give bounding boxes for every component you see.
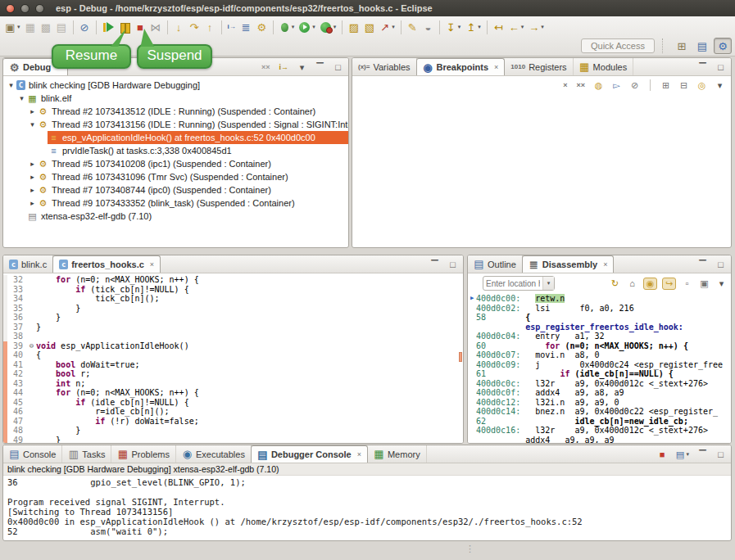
location-combo[interactable]: ▾ bbox=[483, 276, 555, 291]
external-tools-dropdown-icon[interactable]: ▾ bbox=[392, 24, 395, 30]
close-tab-icon[interactable]: × bbox=[357, 450, 361, 458]
sash-drag-handle[interactable]: ⋮ bbox=[465, 544, 474, 554]
last-edit-location-button[interactable]: ↤ bbox=[492, 18, 506, 36]
maximize-button[interactable]: □ bbox=[447, 260, 459, 270]
link-with-debug-context-button[interactable]: ◉ bbox=[643, 278, 657, 290]
skip-all-breakpoints-button[interactable]: ◍ bbox=[592, 80, 605, 91]
debug-dropdown-icon[interactable]: ▾ bbox=[292, 24, 295, 30]
forward-dropdown-icon[interactable]: ▾ bbox=[541, 24, 544, 30]
step-filters-button[interactable]: ≣ bbox=[239, 18, 253, 36]
location-input[interactable] bbox=[483, 279, 542, 288]
track-expression-button[interactable]: ↪ bbox=[662, 278, 676, 290]
debug-tree-row[interactable]: ▤xtensa-esp32-elf-gdb (7.10) bbox=[3, 210, 348, 223]
tree-expander-open-icon[interactable]: ▾ bbox=[28, 120, 37, 129]
minimize-button[interactable]: ▔ bbox=[696, 449, 709, 460]
display-selected-console-button[interactable]: ▤▾ bbox=[674, 449, 691, 460]
right-view-tab-modules[interactable]: ▦Modules bbox=[574, 58, 634, 75]
expand-all-button[interactable]: ⊞ bbox=[660, 80, 672, 91]
pin-view-button[interactable]: ▣ bbox=[698, 278, 710, 289]
minimize-button[interactable]: ▔ bbox=[429, 260, 441, 270]
next-annotation-button[interactable]: ↧▾ bbox=[444, 18, 463, 36]
open-new-view-button[interactable]: ▫ bbox=[681, 278, 693, 289]
window-minimize-button[interactable] bbox=[20, 4, 29, 13]
minimize-button[interactable]: ▔ bbox=[696, 62, 709, 73]
right-view-tab-breakpoints[interactable]: ◉Breakpoints× bbox=[416, 58, 506, 75]
fold-collapse-icon[interactable]: ⊖ bbox=[27, 341, 36, 351]
window-close-button[interactable] bbox=[6, 4, 15, 13]
new-wizard-dropdown-icon[interactable]: ▾ bbox=[17, 24, 20, 30]
terminate-button[interactable]: ■ bbox=[656, 449, 668, 460]
maximize-button[interactable]: □ bbox=[715, 260, 727, 270]
maximize-button[interactable]: □ bbox=[332, 62, 344, 73]
tree-expander-open-icon[interactable]: ▾ bbox=[7, 81, 16, 89]
home-button[interactable]: ⌂ bbox=[626, 278, 638, 289]
open-element-button[interactable]: ▨ bbox=[347, 18, 361, 36]
disassembly-view-tab-outline[interactable]: ▤Outline bbox=[468, 255, 523, 273]
previous-annotation-dropdown-icon[interactable]: ▾ bbox=[478, 24, 481, 30]
print-button[interactable]: ▤ bbox=[55, 18, 69, 36]
instruction-stepping-toggle-button[interactable]: i→ bbox=[277, 63, 290, 72]
step-over-button[interactable]: ↷ bbox=[188, 18, 202, 36]
minimize-button[interactable]: ▔ bbox=[314, 62, 326, 73]
tree-expander-closed-icon[interactable]: ▸ bbox=[28, 173, 37, 181]
maximize-button[interactable]: □ bbox=[715, 449, 727, 460]
display-selected-console-dropdown-icon[interactable]: ▾ bbox=[686, 451, 689, 458]
debug-tree-row[interactable]: ▸⚙Thread #6 1073431096 (Tmr Svc) (Suspen… bbox=[3, 170, 348, 183]
close-tab-icon[interactable]: × bbox=[494, 63, 498, 71]
suspend-button[interactable] bbox=[117, 18, 132, 36]
console-view-tab-console[interactable]: ▤Console bbox=[3, 445, 62, 463]
instruction-stepping-button[interactable]: i→ bbox=[226, 18, 238, 36]
step-into-button[interactable]: ↓ bbox=[172, 18, 186, 36]
debug-tree-row[interactable]: ▾Cblink checking [GDB Hardware Debugging… bbox=[3, 79, 348, 92]
console-view-tab-tasks[interactable]: ▥Tasks bbox=[62, 445, 111, 463]
skip-all-breakpoints-button[interactable]: ⊘ bbox=[78, 18, 92, 36]
debug-settings-button[interactable]: ⚙ bbox=[255, 18, 269, 36]
console-view-tab-memory[interactable]: ▦Memory bbox=[368, 445, 427, 463]
view-menu-button[interactable]: ▾ bbox=[296, 62, 308, 73]
disassembly-content[interactable]: ▶400d0c00: retw.n400d0c02: lsi f0, a0, 2… bbox=[468, 293, 731, 443]
resume-button[interactable] bbox=[101, 18, 116, 36]
tree-expander-open-icon[interactable]: ▾ bbox=[17, 94, 26, 102]
right-view-tab-registers[interactable]: 1010Registers bbox=[505, 58, 573, 75]
debug-tree-row[interactable]: ▾▦blink.elf bbox=[3, 92, 348, 105]
back-button[interactable]: ←▾ bbox=[507, 18, 526, 36]
run-button[interactable]: ▾ bbox=[297, 18, 317, 36]
debug-perspective-button[interactable]: ⚙ bbox=[714, 38, 732, 54]
annotation-preferences-button[interactable]: ◒ bbox=[421, 18, 435, 36]
open-resource-button[interactable]: ▧ bbox=[362, 18, 376, 36]
console-output[interactable]: 36 gpio_set_level(BLINK_GPIO, 1); Progra… bbox=[3, 476, 731, 538]
disconnect-button[interactable]: ⋈ bbox=[149, 18, 163, 36]
debug-tree-row[interactable]: ▾⚙Thread #3 1073413156 (IDLE : Running) … bbox=[3, 118, 348, 131]
debug-tree-row[interactable]: ▸⚙Thread #7 1073408744 (ipc0) (Suspended… bbox=[3, 183, 348, 196]
debug-tree-row[interactable]: ▸⚙Thread #9 1073433352 (blink_task) (Sus… bbox=[3, 196, 348, 210]
console-view-tab-problems[interactable]: ▦Problems bbox=[111, 445, 175, 463]
remove-all-terminated-button[interactable]: ×× bbox=[260, 63, 272, 72]
run-dropdown-icon[interactable]: ▾ bbox=[312, 24, 315, 30]
editor-tab-freertos-hooks-c[interactable]: cfreertos_hooks.c× bbox=[52, 255, 161, 273]
collapse-all-button[interactable]: ⊟ bbox=[678, 80, 690, 91]
minimize-button[interactable]: ▔ bbox=[696, 260, 709, 270]
right-view-tab-variables[interactable]: (x)=Variables bbox=[352, 58, 417, 75]
close-tab-icon[interactable]: × bbox=[603, 260, 607, 269]
view-menu-button[interactable]: ▾ bbox=[715, 278, 728, 289]
forward-button[interactable]: →▾ bbox=[527, 18, 546, 36]
tree-expander-closed-icon[interactable]: ▸ bbox=[28, 160, 37, 168]
editor-tab-blink-c[interactable]: cblink.c bbox=[3, 255, 53, 273]
close-tab-icon[interactable]: × bbox=[150, 260, 154, 269]
editor-content[interactable]: 32 for (n=0; n<MAX_HOOKS; n++) {33 if (t… bbox=[3, 273, 463, 443]
refresh-view-button[interactable]: ↻ bbox=[609, 278, 621, 289]
disassembly-view-tab-disassembly[interactable]: ≣Disassembly× bbox=[522, 255, 615, 273]
view-menu-button[interactable]: ▾ bbox=[714, 80, 726, 91]
step-return-button[interactable]: ↑ bbox=[203, 18, 217, 36]
location-dropdown-icon[interactable]: ▾ bbox=[542, 277, 554, 290]
debug-tree-row[interactable]: ≡esp_vApplicationIdleHook() at freertos_… bbox=[3, 131, 348, 144]
toggle-mark-occurrences-button[interactable]: ✎ bbox=[406, 18, 420, 36]
open-perspective-button[interactable]: ⊞ bbox=[673, 38, 691, 54]
debug-tree-row[interactable]: ≡prvIdleTask() at tasks.c:3,338 0x400845… bbox=[3, 144, 348, 157]
cpp-perspective-button[interactable]: ▤ bbox=[693, 38, 711, 54]
console-view-tab-debugger-console[interactable]: ▤Debugger Console× bbox=[251, 445, 368, 463]
maximize-button[interactable]: □ bbox=[715, 62, 727, 73]
save-button[interactable]: ▦ bbox=[24, 18, 38, 36]
debug-tree-row[interactable]: ▸⚙Thread #2 1073413512 (IDLE : Running) … bbox=[3, 105, 348, 118]
new-wizard-button[interactable]: ▣▾ bbox=[3, 18, 22, 36]
